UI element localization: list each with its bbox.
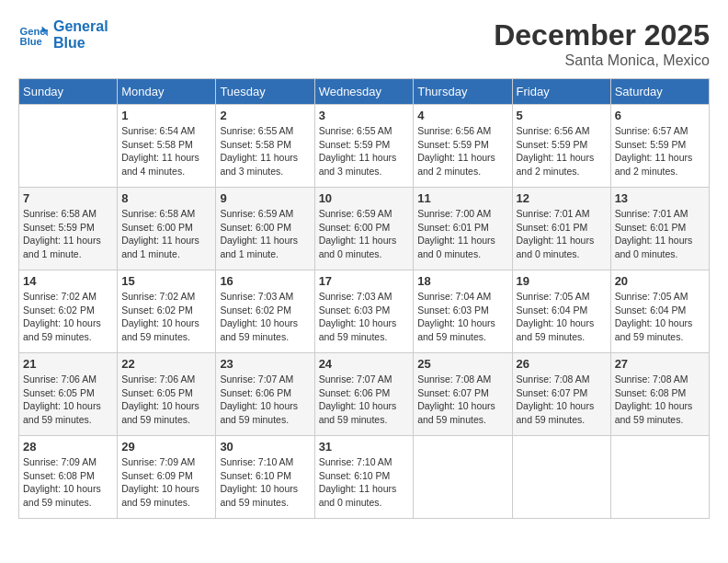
day-number: 2 (220, 109, 310, 122)
day-info: Sunrise: 7:10 AM Sunset: 6:10 PM Dayligh… (220, 455, 310, 510)
day-info: Sunrise: 7:07 AM Sunset: 6:06 PM Dayligh… (220, 373, 310, 427)
day-info: Sunrise: 7:06 AM Sunset: 6:05 PM Dayligh… (23, 373, 113, 427)
day-number: 23 (220, 357, 310, 371)
day-number: 4 (417, 109, 507, 122)
day-info: Sunrise: 7:05 AM Sunset: 6:04 PM Dayligh… (517, 290, 607, 344)
calendar-cell (414, 436, 512, 519)
day-info: Sunrise: 7:09 AM Sunset: 6:09 PM Dayligh… (121, 455, 211, 510)
day-info: Sunrise: 7:01 AM Sunset: 6:01 PM Dayligh… (517, 207, 607, 261)
day-info: Sunrise: 6:59 AM Sunset: 6:00 PM Dayligh… (220, 207, 310, 261)
calendar-week-row: 7Sunrise: 6:58 AM Sunset: 5:59 PM Daylig… (19, 188, 710, 270)
day-number: 26 (517, 357, 607, 371)
calendar-week-row: 1Sunrise: 6:54 AM Sunset: 5:58 PM Daylig… (19, 105, 710, 188)
day-number: 24 (319, 357, 410, 371)
calendar-cell: 22Sunrise: 7:06 AM Sunset: 6:05 PM Dayli… (118, 353, 216, 436)
calendar-cell: 2Sunrise: 6:55 AM Sunset: 5:58 PM Daylig… (216, 105, 314, 188)
day-info: Sunrise: 6:56 AM Sunset: 5:59 PM Dayligh… (517, 124, 607, 178)
location: Santa Monica, Mexico (494, 52, 710, 69)
day-info: Sunrise: 7:08 AM Sunset: 6:07 PM Dayligh… (417, 373, 507, 427)
calendar-cell: 25Sunrise: 7:08 AM Sunset: 6:07 PM Dayli… (414, 353, 512, 436)
day-number: 10 (319, 191, 410, 205)
day-info: Sunrise: 7:01 AM Sunset: 6:01 PM Dayligh… (615, 207, 705, 261)
calendar-cell (19, 105, 118, 188)
calendar-cell: 16Sunrise: 7:03 AM Sunset: 6:02 PM Dayli… (216, 270, 314, 353)
calendar-cell: 28Sunrise: 7:09 AM Sunset: 6:08 PM Dayli… (19, 436, 118, 519)
title-block: December 2025 Santa Monica, Mexico (494, 18, 710, 69)
day-info: Sunrise: 7:09 AM Sunset: 6:08 PM Dayligh… (23, 455, 113, 510)
calendar-cell: 31Sunrise: 7:10 AM Sunset: 6:10 PM Dayli… (314, 436, 414, 519)
calendar-cell: 24Sunrise: 7:07 AM Sunset: 6:06 PM Dayli… (314, 353, 414, 436)
calendar-cell: 20Sunrise: 7:05 AM Sunset: 6:04 PM Dayli… (610, 270, 709, 353)
day-info: Sunrise: 7:02 AM Sunset: 6:02 PM Dayligh… (23, 290, 113, 344)
calendar-cell: 23Sunrise: 7:07 AM Sunset: 6:06 PM Dayli… (216, 353, 314, 436)
day-number: 31 (319, 440, 410, 454)
day-number: 6 (615, 109, 705, 122)
calendar-cell: 10Sunrise: 6:59 AM Sunset: 6:00 PM Dayli… (314, 188, 414, 270)
day-info: Sunrise: 7:10 AM Sunset: 6:10 PM Dayligh… (319, 455, 410, 510)
calendar-cell: 6Sunrise: 6:57 AM Sunset: 5:59 PM Daylig… (610, 105, 709, 188)
calendar-cell: 11Sunrise: 7:00 AM Sunset: 6:01 PM Dayli… (414, 188, 512, 270)
weekday-header: Wednesday (314, 79, 414, 105)
calendar-cell: 1Sunrise: 6:54 AM Sunset: 5:58 PM Daylig… (118, 105, 216, 188)
calendar-cell (610, 436, 709, 519)
calendar-cell: 26Sunrise: 7:08 AM Sunset: 6:07 PM Dayli… (512, 353, 610, 436)
day-number: 8 (121, 191, 211, 205)
calendar-cell: 4Sunrise: 6:56 AM Sunset: 5:59 PM Daylig… (414, 105, 512, 188)
weekday-header: Sunday (19, 79, 118, 105)
day-info: Sunrise: 6:59 AM Sunset: 6:00 PM Dayligh… (319, 207, 410, 261)
day-number: 29 (121, 440, 211, 454)
calendar-cell: 8Sunrise: 6:58 AM Sunset: 6:00 PM Daylig… (118, 188, 216, 270)
calendar-table: SundayMondayTuesdayWednesdayThursdayFrid… (18, 78, 710, 519)
calendar-cell (512, 436, 610, 519)
day-number: 3 (319, 109, 410, 122)
day-info: Sunrise: 7:03 AM Sunset: 6:02 PM Dayligh… (220, 290, 310, 344)
day-info: Sunrise: 7:08 AM Sunset: 6:08 PM Dayligh… (615, 373, 705, 427)
calendar-cell: 14Sunrise: 7:02 AM Sunset: 6:02 PM Dayli… (19, 270, 118, 353)
day-number: 16 (220, 274, 310, 288)
day-info: Sunrise: 7:03 AM Sunset: 6:03 PM Dayligh… (319, 290, 410, 344)
calendar-cell: 5Sunrise: 6:56 AM Sunset: 5:59 PM Daylig… (512, 105, 610, 188)
calendar-cell: 7Sunrise: 6:58 AM Sunset: 5:59 PM Daylig… (19, 188, 118, 270)
weekday-header: Friday (512, 79, 610, 105)
day-number: 28 (23, 440, 113, 454)
day-info: Sunrise: 7:06 AM Sunset: 6:05 PM Dayligh… (121, 373, 211, 427)
calendar-cell: 15Sunrise: 7:02 AM Sunset: 6:02 PM Dayli… (118, 270, 216, 353)
calendar-cell: 13Sunrise: 7:01 AM Sunset: 6:01 PM Dayli… (610, 188, 709, 270)
day-info: Sunrise: 7:04 AM Sunset: 6:03 PM Dayligh… (417, 290, 507, 344)
day-number: 21 (23, 357, 113, 371)
day-number: 15 (121, 274, 211, 288)
day-number: 11 (417, 191, 507, 205)
day-number: 18 (417, 274, 507, 288)
page-header: General Blue General Blue December 2025 … (18, 18, 710, 69)
calendar-week-row: 28Sunrise: 7:09 AM Sunset: 6:08 PM Dayli… (19, 436, 710, 519)
calendar-cell: 3Sunrise: 6:55 AM Sunset: 5:59 PM Daylig… (314, 105, 414, 188)
day-info: Sunrise: 6:57 AM Sunset: 5:59 PM Dayligh… (615, 124, 705, 178)
weekday-header: Saturday (610, 79, 709, 105)
logo: General Blue General Blue (18, 18, 108, 52)
day-number: 13 (615, 191, 705, 205)
svg-text:Blue: Blue (20, 36, 42, 47)
day-number: 30 (220, 440, 310, 454)
day-number: 14 (23, 274, 113, 288)
calendar-cell: 9Sunrise: 6:59 AM Sunset: 6:00 PM Daylig… (216, 188, 314, 270)
logo-icon: General Blue (18, 20, 48, 50)
day-info: Sunrise: 7:05 AM Sunset: 6:04 PM Dayligh… (615, 290, 705, 344)
day-number: 25 (417, 357, 507, 371)
day-number: 7 (23, 191, 113, 205)
day-info: Sunrise: 6:58 AM Sunset: 6:00 PM Dayligh… (121, 207, 211, 261)
day-info: Sunrise: 6:55 AM Sunset: 5:58 PM Dayligh… (220, 124, 310, 178)
month-title: December 2025 (494, 18, 710, 52)
calendar-week-row: 14Sunrise: 7:02 AM Sunset: 6:02 PM Dayli… (19, 270, 710, 353)
day-number: 1 (121, 109, 211, 122)
day-number: 22 (121, 357, 211, 371)
day-info: Sunrise: 6:54 AM Sunset: 5:58 PM Dayligh… (121, 124, 211, 178)
day-info: Sunrise: 7:02 AM Sunset: 6:02 PM Dayligh… (121, 290, 211, 344)
day-info: Sunrise: 7:07 AM Sunset: 6:06 PM Dayligh… (319, 373, 410, 427)
day-info: Sunrise: 7:00 AM Sunset: 6:01 PM Dayligh… (417, 207, 507, 261)
day-number: 12 (517, 191, 607, 205)
logo-text: General Blue (53, 18, 108, 52)
calendar-cell: 17Sunrise: 7:03 AM Sunset: 6:03 PM Dayli… (314, 270, 414, 353)
day-number: 27 (615, 357, 705, 371)
weekday-header-row: SundayMondayTuesdayWednesdayThursdayFrid… (19, 79, 710, 105)
calendar-cell: 30Sunrise: 7:10 AM Sunset: 6:10 PM Dayli… (216, 436, 314, 519)
